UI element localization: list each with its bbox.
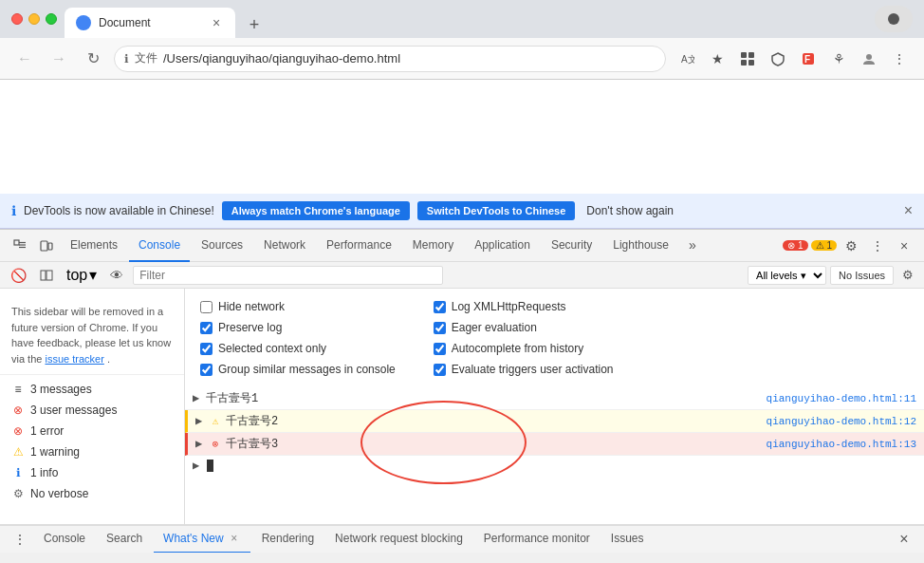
log-entry-arrow[interactable]: ▶ — [195, 414, 209, 428]
devtools-body: This sidebar will be removed in a future… — [0, 289, 924, 524]
clear-console-button[interactable]: 🚫 — [6, 263, 30, 288]
shield-icon[interactable] — [765, 46, 791, 72]
tab-sources[interactable]: Sources — [192, 230, 252, 262]
sidebar-item-info[interactable]: ℹ 1 info — [0, 462, 184, 483]
settings-autocomplete: Autocomplete from history — [434, 342, 614, 355]
evaluate-triggers-checkbox[interactable] — [434, 364, 446, 376]
verbose-icon: ⚙ — [11, 487, 25, 500]
tab-network[interactable]: Network — [254, 230, 315, 262]
bottom-tab-whats-new[interactable]: What's New × — [154, 525, 250, 553]
tab-console[interactable]: Console — [129, 230, 190, 262]
devtools-notification: ℹ DevTools is now available in Chinese! … — [0, 194, 924, 229]
console-filter-input[interactable] — [133, 266, 443, 285]
log-entry-arrow[interactable]: ▶ — [195, 437, 209, 451]
forward-button[interactable]: → — [46, 46, 72, 72]
tab-application[interactable]: Application — [465, 230, 540, 262]
new-tab-button[interactable]: + — [241, 11, 268, 38]
bottom-tab-whats-new-close[interactable]: × — [228, 532, 241, 545]
log-xhr-label: Log XMLHttpRequests — [452, 300, 566, 313]
console-sidebar-toggle[interactable] — [34, 263, 59, 288]
translate-icon[interactable]: A文 — [674, 46, 700, 72]
no-issues-button[interactable]: No Issues — [830, 266, 894, 285]
inspect-element-button[interactable] — [8, 234, 32, 258]
tab-close-button[interactable]: × — [209, 15, 224, 30]
log-entry-source[interactable]: qianguyihao-demo.html:11 — [767, 393, 916, 404]
eager-eval-checkbox[interactable] — [434, 322, 446, 334]
more-tabs-button[interactable]: » — [680, 230, 705, 262]
sidebar-item-warnings[interactable]: ⚠ 1 warning — [0, 441, 184, 462]
bottom-tab-console-label: Console — [44, 532, 85, 545]
svg-point-1 — [888, 13, 899, 25]
dont-show-again-link[interactable]: Don't show again — [586, 204, 674, 217]
sidebar-item-label: 3 user messages — [30, 403, 117, 417]
issue-tracker-link[interactable]: issue tracker — [45, 353, 103, 365]
hide-network-checkbox[interactable] — [200, 301, 213, 313]
browser-tab[interactable]: Document × — [65, 8, 235, 38]
feedly-icon[interactable]: F — [795, 46, 822, 72]
sidebar-item-errors[interactable]: ⊗ 1 error — [0, 421, 184, 441]
console-prompt[interactable]: ▶ — [185, 456, 924, 476]
device-toolbar-button[interactable] — [34, 234, 59, 258]
devtools-more-button[interactable]: ⋮ — [865, 234, 890, 258]
bottom-tab-performance-monitor[interactable]: Performance monitor — [474, 525, 600, 553]
eye-button[interactable]: 👁 — [104, 263, 129, 288]
match-language-button[interactable]: Always match Chrome's language — [222, 201, 410, 220]
prompt-arrow-icon: ▶ — [193, 459, 199, 473]
close-drawer-button[interactable]: × — [892, 527, 916, 552]
autocomplete-label: Autocomplete from history — [452, 342, 583, 355]
chrome-menu-icon[interactable]: ⋮ — [886, 46, 913, 72]
bottom-tab-issues[interactable]: Issues — [601, 525, 654, 553]
browser-menu-button[interactable] — [875, 6, 913, 32]
close-window-button[interactable] — [11, 13, 23, 25]
bottom-tab-search[interactable]: Search — [97, 525, 152, 553]
console-log-area: ▶ 千古壹号1 qianguyihao-demo.html:11 ▶ ⚠ 千古壹… — [185, 387, 924, 524]
devtools-panel: Elements Console Sources Network Perform… — [0, 229, 924, 524]
user-avatar[interactable] — [856, 46, 882, 72]
tab-lighthouse[interactable]: Lighthouse — [603, 230, 678, 262]
notification-close-button[interactable]: × — [904, 202, 913, 219]
bottom-tabs-more-button[interactable]: ⋮ — [8, 527, 32, 552]
prompt-cursor — [207, 460, 213, 472]
reload-button[interactable]: ↻ — [80, 46, 106, 72]
tab-memory[interactable]: Memory — [403, 230, 463, 262]
url-prefix: 文件 — [135, 50, 157, 66]
console-settings-gear[interactable]: ⚙ — [897, 265, 918, 286]
tab-performance[interactable]: Performance — [317, 230, 401, 262]
tab-elements[interactable]: Elements — [61, 230, 127, 262]
log-entry-source[interactable]: qianguyihao-demo.html:12 — [767, 416, 916, 427]
log-levels-dropdown[interactable]: All levels ▾ — [748, 266, 826, 285]
switch-to-chinese-button[interactable]: Switch DevTools to Chinese — [417, 201, 576, 220]
group-similar-checkbox[interactable] — [200, 364, 213, 376]
log-entry-1: ▶ 千古壹号1 qianguyihao-demo.html:11 — [185, 387, 924, 410]
context-selector[interactable]: top ▾ — [63, 266, 101, 284]
bottom-tab-rendering[interactable]: Rendering — [252, 525, 323, 553]
bottom-tab-console[interactable]: Console — [34, 525, 95, 553]
back-button[interactable]: ← — [11, 46, 38, 72]
url-bar[interactable]: ℹ 文件 /Users/qianguyihao/qianguyihao-demo… — [114, 46, 666, 72]
tab-security[interactable]: Security — [542, 230, 601, 262]
svg-rect-4 — [748, 52, 754, 58]
devtools-close-button[interactable]: × — [892, 234, 916, 258]
log-entry-arrow[interactable]: ▶ — [193, 391, 206, 405]
bookmark-icon[interactable]: ★ — [704, 46, 730, 72]
log-xhr-checkbox[interactable] — [434, 301, 446, 313]
autocomplete-checkbox[interactable] — [434, 343, 446, 355]
selected-context-checkbox[interactable] — [200, 343, 213, 355]
svg-rect-6 — [748, 60, 754, 66]
bottom-tab-network-request-blocking[interactable]: Network request blocking — [325, 525, 472, 553]
address-bar: ← → ↻ ℹ 文件 /Users/qianguyihao/qianguyiha… — [0, 38, 924, 80]
sidebar-item-verbose[interactable]: ⚙ No verbose — [0, 483, 184, 504]
maximize-window-button[interactable] — [46, 13, 57, 25]
preserve-log-checkbox[interactable] — [200, 322, 213, 334]
user-messages-icon: ⊗ — [11, 403, 25, 417]
minimize-window-button[interactable] — [28, 13, 40, 25]
svg-text:A文: A文 — [681, 54, 694, 65]
log-entry-text: 千古壹号2 — [226, 413, 767, 429]
extensions-icon[interactable]: ⚘ — [825, 46, 852, 72]
bottom-tab-search-label: Search — [106, 532, 142, 545]
sidebar-item-user-messages[interactable]: ⊗ 3 user messages — [0, 400, 184, 421]
profile-icon[interactable] — [734, 46, 761, 72]
devtools-settings-button[interactable]: ⚙ — [839, 234, 863, 258]
log-entry-source[interactable]: qianguyihao-demo.html:13 — [767, 439, 916, 450]
sidebar-item-all-messages[interactable]: ≡ 3 messages — [0, 379, 184, 400]
